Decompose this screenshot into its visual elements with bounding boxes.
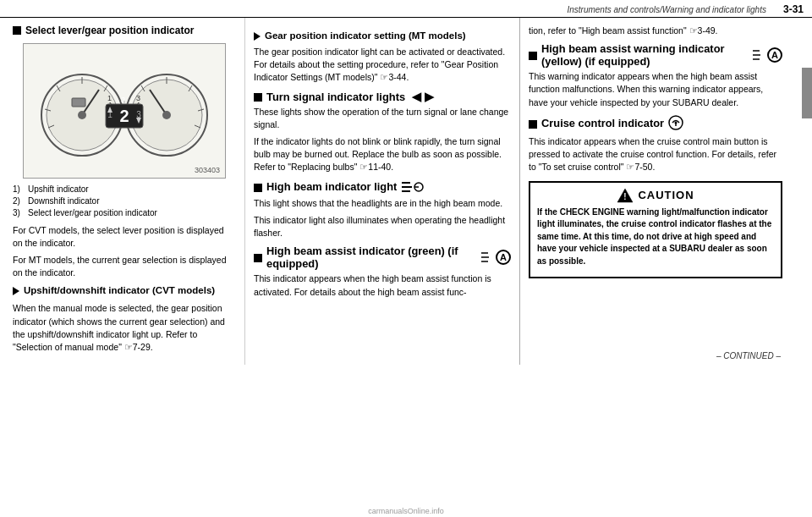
square-bullet-hba (254, 254, 262, 262)
image-number: 303403 (195, 166, 220, 174)
header-title: Instruments and controls/Warning and ind… (567, 5, 766, 14)
header-page: 3-31 (783, 3, 804, 15)
svg-rect-11 (72, 98, 85, 107)
side-tab (802, 68, 812, 118)
instrument-image: 2 1 3 1 2 3 (23, 43, 226, 179)
upshift-para: When the manual mode is selected, the ge… (13, 302, 236, 354)
hba-yellow-icon: A (752, 47, 782, 63)
select-lever-heading: Select lever/gear position indicator (25, 25, 194, 38)
svg-text:!: ! (624, 192, 627, 201)
instrument-inner: 2 1 3 1 2 3 (24, 44, 225, 178)
hba-yellow-para: This warning indicator appears when the … (529, 70, 782, 109)
cruise-para: This indicator appears when the cruise c… (529, 135, 782, 174)
high-beam-para2: This indicator light also illuminates wh… (254, 214, 511, 239)
square-bullet-hb (254, 184, 262, 192)
right-column: tion, refer to "High beam assist functio… (520, 18, 791, 365)
square-bullet (13, 26, 21, 35)
svg-point-50 (675, 121, 678, 124)
hba-green-heading-row: High beam assist indicator (green) (if e… (254, 245, 511, 270)
turn-signal-heading: Turn signal indicator lights ◀ ▶ (266, 90, 434, 103)
gear-position-para: The gear position indicator light can be… (254, 46, 511, 85)
hba-yellow-a-icon: A (767, 47, 782, 63)
hba-yellow-heading: High beam assist warning indicator (yell… (541, 42, 749, 68)
hba-a-icon: A (496, 250, 511, 265)
caution-header: ! CAUTION (537, 188, 774, 203)
caution-text: If the CHECK ENGINE warning light/malfun… (537, 206, 774, 268)
turn-signal-para2: If the indicator lights do not blink or … (254, 135, 511, 174)
cruise-heading: Cruise control indicator (541, 117, 664, 129)
high-beam-indicator-heading-row: High beam indicator light (254, 179, 511, 195)
turn-signal-para1: These lights show the operation of the t… (254, 106, 511, 131)
turn-signal-section: Turn signal indicator lights ◀ ▶ These l… (254, 90, 511, 174)
svg-text:3: 3 (136, 94, 140, 102)
cruise-icon-svg (667, 114, 684, 131)
square-bullet-cruise (529, 120, 537, 129)
mt-para: For MT models, the current gear selectio… (13, 254, 236, 279)
legend-item-1: 1) Upshift indicator (13, 184, 236, 195)
section-select-lever: Select lever/gear position indicator (13, 25, 236, 38)
high-beam-indicator-heading: High beam indicator light (266, 180, 397, 193)
upshift-heading: Upshift/downshift indicator (CVT models) (24, 284, 215, 297)
cruise-control-section: Cruise control indicator This indicator … (529, 114, 782, 174)
hba-yellow-section: High beam assist warning indicator (yell… (529, 42, 782, 109)
gear-position-section: Gear position indicator setting (MT mode… (254, 30, 511, 85)
high-beam-para1: This light shows that the headlights are… (254, 197, 511, 210)
legend-list: 1) Upshift indicator 2) Downshift indica… (13, 184, 236, 219)
legend-item-3: 3) Select lever/gear position indicator (13, 207, 236, 219)
headlight-beam-icon (400, 179, 424, 195)
left-column: Select lever/gear position indicator (0, 18, 245, 365)
caution-triangle-icon: ! (617, 188, 634, 203)
cruise-icon (667, 114, 684, 133)
cvt-para: For CVT models, the select lever positio… (13, 224, 236, 250)
hba-green-heading: High beam assist indicator (green) (if e… (266, 245, 477, 270)
turn-arrows-icon: ◀ ▶ (412, 90, 434, 103)
triangle-bullet-gear (254, 32, 261, 41)
gear-position-heading: Gear position indicator setting (MT mode… (265, 30, 466, 42)
main-content: Select lever/gear position indicator (0, 18, 812, 365)
hba-yellow-heading-row: High beam assist warning indicator (yell… (529, 42, 782, 68)
turn-signal-heading-row: Turn signal indicator lights ◀ ▶ (254, 90, 511, 103)
square-bullet-turn (254, 93, 262, 102)
upshift-section: Upshift/downshift indicator (CVT models) (13, 284, 236, 297)
watermark: carmanualsOnline.info (368, 507, 444, 515)
hba-green-section: High beam assist indicator (green) (if e… (254, 245, 511, 298)
svg-text:1: 1 (107, 94, 112, 102)
hba-yellow-beam-icon (752, 47, 767, 63)
page-container: Instruments and controls/Warning and ind… (0, 0, 812, 517)
hba-green-icon: A (480, 250, 511, 265)
page-header: Instruments and controls/Warning and ind… (0, 0, 812, 18)
gear-position-heading-row: Gear position indicator setting (MT mode… (254, 30, 511, 42)
caution-box: ! CAUTION If the CHECK ENGINE warning li… (529, 181, 782, 279)
caution-title: CAUTION (638, 189, 694, 201)
legend-item-2: 2) Downshift indicator (13, 195, 236, 207)
hba-beam-lines-icon (480, 250, 496, 265)
continued-footer: – CONTINUED – (716, 351, 781, 360)
continued-para: tion, refer to "High beam assist functio… (529, 25, 782, 37)
hba-green-para: This indicator appears when the high bea… (254, 272, 511, 298)
svg-point-10 (78, 111, 86, 119)
svg-text:2: 2 (119, 107, 129, 125)
square-bullet-hba-yellow (529, 52, 537, 60)
cruise-heading-row: Cruise control indicator (529, 114, 782, 133)
high-beam-indicator-section: High beam indicator light This light sho… (254, 179, 511, 240)
gauge-svg: 2 1 3 1 2 3 (31, 52, 217, 170)
triangle-bullet-upshift (13, 287, 19, 295)
svg-point-22 (162, 111, 171, 119)
mid-column: Gear position indicator setting (MT mode… (245, 18, 520, 365)
